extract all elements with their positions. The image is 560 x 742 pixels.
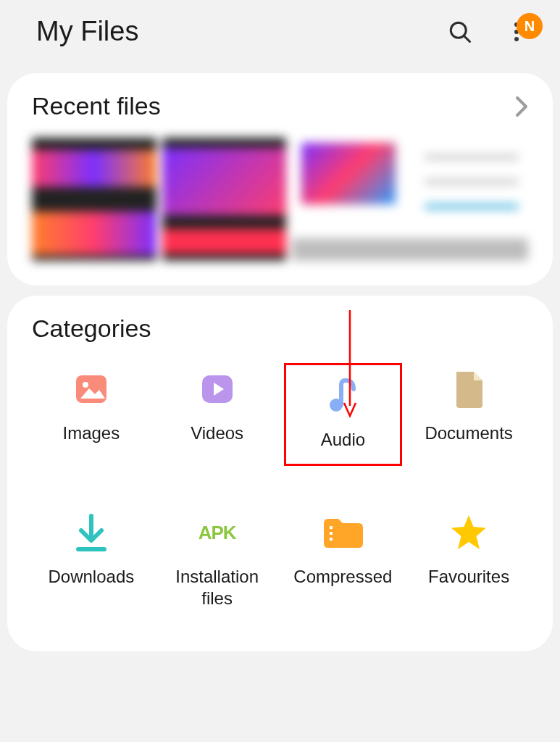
download-icon — [71, 512, 112, 553]
category-label: Compressed — [293, 566, 392, 588]
recent-files-header[interactable]: Recent files — [32, 92, 528, 120]
categories-grid: Images Videos Audio — [32, 363, 528, 615]
search-button[interactable] — [446, 17, 475, 46]
profile-avatar[interactable]: N — [517, 13, 543, 39]
search-icon — [447, 19, 473, 45]
apk-icon: APK — [197, 512, 238, 553]
svg-line-1 — [464, 36, 470, 41]
category-installation-files[interactable]: APK Installation files — [158, 507, 277, 615]
svg-rect-5 — [76, 375, 106, 403]
recent-thumb[interactable] — [162, 138, 287, 261]
category-compressed[interactable]: Compressed — [284, 507, 403, 615]
category-documents[interactable]: Documents — [409, 363, 528, 466]
category-downloads[interactable]: Downloads — [32, 507, 151, 615]
category-label: Videos — [191, 422, 243, 444]
recent-files-title: Recent files — [32, 92, 515, 120]
categories-card: Categories Images Videos — [7, 296, 553, 651]
image-icon — [71, 369, 112, 409]
category-images[interactable]: Images — [32, 363, 151, 466]
video-icon — [197, 369, 238, 409]
svg-point-4 — [514, 37, 519, 41]
recent-thumb[interactable] — [292, 138, 528, 261]
recent-files-card: Recent files — [7, 73, 553, 285]
category-audio[interactable]: Audio — [284, 363, 403, 466]
category-favourites[interactable]: Favourites — [409, 507, 528, 615]
categories-title: Categories — [32, 314, 528, 343]
app-header: My Files — [0, 0, 560, 63]
chevron-right-icon — [515, 96, 528, 117]
svg-rect-12 — [330, 532, 333, 535]
svg-rect-13 — [330, 538, 333, 541]
category-label: Favourites — [428, 566, 509, 588]
svg-point-6 — [83, 382, 88, 388]
recent-thumb[interactable] — [32, 138, 156, 261]
category-label: Installation files — [158, 566, 277, 609]
category-videos[interactable]: Videos — [158, 363, 277, 466]
category-label: Audio — [321, 429, 365, 451]
category-label: Images — [63, 422, 120, 444]
compressed-icon — [322, 512, 363, 553]
page-title: My Files — [36, 16, 446, 47]
audio-icon — [322, 375, 363, 416]
recent-files-thumbnails[interactable] — [32, 138, 528, 261]
category-label: Documents — [425, 422, 512, 444]
star-icon — [448, 512, 489, 553]
avatar-initial: N — [525, 18, 535, 35]
document-icon — [448, 369, 489, 409]
category-label: Downloads — [49, 566, 135, 588]
svg-rect-11 — [330, 526, 333, 529]
